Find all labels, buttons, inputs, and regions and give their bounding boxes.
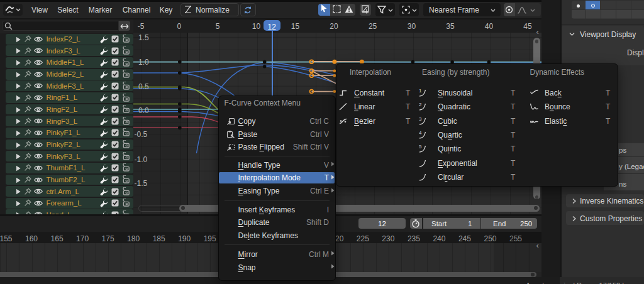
svg-text:1: 1 <box>419 89 422 94</box>
svg-text:3: 3 <box>419 117 422 122</box>
svg-text:4: 4 <box>419 131 422 136</box>
svg-text:2: 2 <box>419 102 422 107</box>
svg-text:5: 5 <box>419 145 422 150</box>
